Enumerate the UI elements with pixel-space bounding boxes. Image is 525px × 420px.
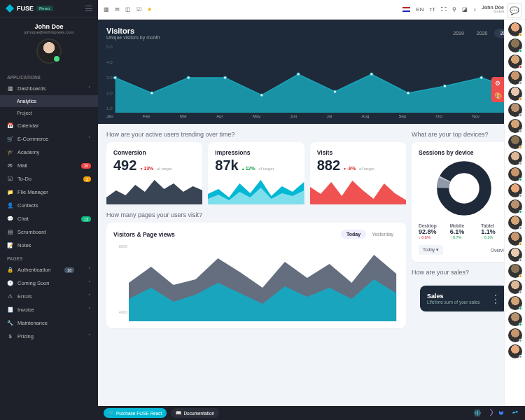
contact-avatar[interactable] [508, 264, 522, 278]
sidebar-item-e-commerce[interactable]: 🛒E-Commerce˅ [0, 132, 98, 146]
contact-avatar[interactable] [508, 296, 522, 310]
documentation-button[interactable]: 📖 Documentation [171, 408, 219, 418]
svg-text:2.0: 2.0 [106, 90, 113, 95]
sidebar-item-authentication[interactable]: 🔒Authentication10˅ [0, 263, 98, 276]
visitors-chart: 5.0 4.0 3.0 2.0 1.0 [106, 43, 517, 113]
sidebar-item-scrumboard[interactable]: ▤Scrumboard [0, 225, 98, 239]
contact-avatar[interactable] [508, 232, 522, 246]
user-avatar[interactable] [36, 38, 62, 64]
visits-value: 882 [317, 158, 340, 174]
svg-point-12 [370, 73, 373, 76]
sidebar-item-pricing[interactable]: $Pricing˅ [0, 330, 98, 343]
tab-yesterday[interactable]: Yesterday [366, 230, 399, 239]
status-dot [519, 290, 522, 294]
react-logo-icon [473, 409, 482, 417]
svg-text:4.0: 4.0 [106, 59, 113, 64]
svg-point-20 [477, 412, 478, 414]
purchase-button[interactable]: 🛒 Purchase FUSE React [104, 408, 167, 418]
contact-avatar[interactable] [508, 87, 522, 101]
sidebar-item-dashboards[interactable]: ▦Dashboards˄ [0, 82, 98, 95]
topbar-user-role: Guest [482, 10, 504, 14]
fullscreen-icon[interactable]: ⛶ [441, 6, 447, 13]
contact-avatar[interactable] [508, 344, 522, 358]
notifications-icon[interactable]: ♪ [473, 6, 476, 13]
status-dot [519, 178, 522, 181]
check-icon: ☑ [7, 176, 13, 182]
main: ▦ ✉ ◫ ☑ ★ EN тT ⛶ ⚲ ◪ ♪ John Doe Guest [98, 0, 525, 420]
sidebar-item-invoice[interactable]: 🧾Invoice˅ [0, 303, 98, 316]
search-icon[interactable]: ⚲ [452, 6, 456, 13]
visits-chart [310, 176, 406, 204]
contact-avatar[interactable] [508, 183, 522, 197]
sidebar-item-calendar[interactable]: 📅Calendar [0, 119, 98, 132]
sidebar-item-file-manager[interactable]: 📁File Manager [0, 186, 98, 199]
year-tab-2019[interactable]: 2019 [447, 29, 470, 38]
contact-avatar[interactable] [508, 216, 522, 230]
year-tab-2020[interactable]: 2020 [471, 29, 493, 38]
chevron-icon: ˅ [88, 267, 91, 273]
sales-menu-button[interactable]: ⋮ [490, 293, 501, 306]
clock-icon: 🕐 [7, 280, 13, 286]
contacts-icon: 👤 [7, 202, 13, 209]
sidebar-item-academy[interactable]: 🎓Academy [0, 146, 98, 159]
chevron-icon: ˅ [88, 136, 91, 142]
contact-avatar[interactable] [508, 167, 522, 181]
calendar-icon[interactable]: ▦ [104, 6, 109, 13]
contact-avatar[interactable] [508, 103, 522, 117]
contacts-icon[interactable]: ◫ [125, 6, 131, 13]
sessions-range-dropdown[interactable]: Today ▾ [419, 245, 443, 255]
contact-avatar[interactable] [508, 71, 522, 85]
svg-text:1.0: 1.0 [106, 106, 113, 111]
notes-icon: 📝 [7, 242, 13, 248]
palette-fab[interactable]: 🎨 [491, 90, 504, 102]
tailwind-logo-icon [511, 409, 519, 417]
sidebar-item-errors[interactable]: ⚠Errors˅ [0, 290, 98, 303]
check-icon[interactable]: ☑ [136, 6, 141, 13]
visits-delta: -9% [343, 166, 356, 171]
contact-avatar[interactable] [508, 22, 522, 36]
sidebar-item-contacts[interactable]: 👤Contacts [0, 199, 98, 212]
chat-panel-toggle[interactable]: 💬 [507, 3, 522, 18]
svg-point-9 [260, 94, 263, 97]
desktop-delta: ↓ 0.6% [419, 235, 447, 239]
status-dot [519, 210, 522, 214]
contact-avatar[interactable] [508, 280, 522, 294]
contacts-rail [504, 20, 525, 406]
settings-fab[interactable]: ⚙ [491, 77, 504, 90]
status-dot [519, 226, 522, 230]
svg-text:5.0: 5.0 [106, 44, 113, 49]
language-label[interactable]: EN [416, 6, 424, 13]
impressions-chart [208, 176, 304, 204]
star-icon[interactable]: ★ [147, 6, 152, 13]
question-sales: How are your sales? [412, 262, 517, 280]
lock-icon: 🔒 [7, 267, 13, 273]
mail-icon[interactable]: ✉ [115, 6, 120, 13]
svg-point-11 [333, 90, 336, 93]
contact-avatar[interactable] [508, 200, 522, 214]
impressions-title: Impressions [215, 149, 297, 156]
sidebar-subitem-analytics[interactable]: Analytics [0, 95, 98, 107]
contact-avatar[interactable] [508, 38, 522, 52]
bookmark-icon[interactable]: ◪ [462, 6, 468, 13]
contact-avatar[interactable] [508, 328, 522, 342]
contact-avatar[interactable] [508, 312, 522, 326]
contact-avatar[interactable] [508, 248, 522, 262]
sidebar-item-maintenance[interactable]: 🔧Maintenance [0, 316, 98, 330]
sidebar-collapse-button[interactable] [85, 6, 92, 11]
status-dot [519, 274, 522, 278]
sidebar-item-notes[interactable]: 📝Notes [0, 239, 98, 252]
contact-avatar[interactable] [508, 135, 522, 149]
tab-today[interactable]: Today [341, 230, 366, 239]
sidebar-item-to-do[interactable]: ☑To-Do3 [0, 172, 98, 186]
text-size-icon[interactable]: тT [430, 6, 436, 13]
sidebar-subitem-project[interactable]: Project [0, 107, 98, 119]
sidebar-item-coming-soon[interactable]: 🕐Coming Soon˅ [0, 276, 98, 290]
sidebar-item-chat[interactable]: 💬Chat13 [0, 212, 98, 225]
contact-avatar[interactable] [508, 151, 522, 165]
price-icon: $ [7, 333, 13, 340]
sidebar-item-mail[interactable]: ✉Mail25 [0, 159, 98, 172]
pageviews-chart: 80004000 [113, 244, 399, 321]
contact-avatar[interactable] [508, 119, 522, 133]
contact-avatar[interactable] [508, 55, 522, 69]
sidebar-header: FUSE React [0, 0, 98, 18]
